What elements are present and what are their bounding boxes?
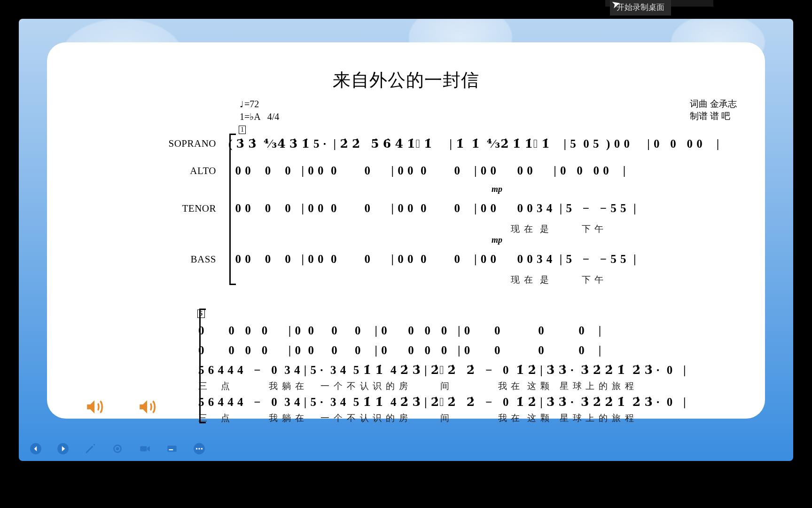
score-title: 来自外公的一封信	[66, 68, 746, 92]
voice-row-tenor: 5 6 4 4 4 − 0 3 4 | 5 · 3 4 5 1̇ 1̇ 4 2̇…	[80, 360, 732, 379]
svg-rect-6	[169, 449, 173, 450]
spotlight-button[interactable]	[111, 442, 124, 455]
record-tooltip-text: 开始录制桌面	[617, 3, 664, 12]
more-button[interactable]	[193, 442, 206, 455]
score-system-2: 6 0 0 0 0 | 0 0 0 0 | 0 0 0 0 | 0 0 0 0 …	[80, 305, 732, 424]
notes-bass-2: 5 6 4 4 4 − 0 3 4 | 5 · 3 4 5 1̇ 1̇ 4 2̇…	[198, 395, 732, 409]
notes-bass: 0 0 0 0 | 0 0 0 0 | 0 0 0 0 | 0 0 0 0 3 …	[228, 253, 732, 266]
notes-soprano-2: 0 0 0 0 | 0 0 0 0 | 0 0 0 0 | 0 0 0 0 |	[198, 324, 732, 337]
speaker-icon[interactable]	[85, 397, 104, 419]
svg-point-10	[201, 448, 203, 449]
voice-label-bass: BASS	[80, 254, 228, 265]
video-button[interactable]	[138, 442, 151, 455]
time-signature: 4/4	[267, 111, 280, 122]
lyrics-row-tenor: 现 在 是 下 午	[80, 222, 732, 235]
caption-button[interactable]	[165, 442, 179, 455]
lyrics-bass: 现 在 是 下 午	[228, 273, 732, 286]
tempo-note-icon	[240, 99, 244, 109]
key-signature: 1=♭A	[240, 111, 260, 122]
voice-row-soprano: 0 0 0 0 | 0 0 0 0 | 0 0 0 0 | 0 0 0 0 |	[80, 321, 732, 341]
score-system-1: SOPRANO ( 3̇ 3̇ ⁴⁄₃4̇ 3̇ 1̇ 5 · | 2̇ 2̇ …	[80, 130, 732, 286]
dynamic-marking: mp	[492, 184, 502, 194]
credit-line: 词曲 金承志	[690, 98, 737, 110]
svg-point-9	[198, 448, 200, 449]
presentation-stage: 来自外公的一封信 =72 1=♭A 4/4 1 词曲 金承志 制谱 谱 吧 SO…	[19, 19, 793, 461]
svg-point-8	[196, 448, 197, 449]
dynamic-row: mp	[80, 184, 732, 195]
voice-label-alto: ALTO	[80, 165, 228, 177]
system-bracket	[199, 309, 202, 423]
voice-row-tenor: TENOR 0 0 0 0 | 0 0 0 0 | 0 0 0 0 | 0 0 …	[80, 195, 732, 222]
play-button[interactable]	[56, 442, 70, 455]
lyrics-row-bass: 现 在 是 下 午	[80, 273, 732, 286]
voice-row-soprano: SOPRANO ( 3̇ 3̇ ⁴⁄₃4̇ 3̇ 1̇ 5 · | 2̇ 2̇ …	[80, 130, 732, 157]
pen-button[interactable]	[84, 442, 97, 455]
bottom-toolbar	[24, 439, 211, 458]
svg-rect-5	[167, 446, 177, 452]
credits: 词曲 金承志 制谱 谱 吧	[690, 98, 737, 122]
dynamic-marking: mp	[492, 235, 502, 245]
notes-tenor: 0 0 0 0 | 0 0 0 0 | 0 0 0 0 | 0 0 0 0 3 …	[228, 202, 732, 215]
lyrics-row-bass-2: 三 点 我 躺 在 一 个 不 认 识 的 房 间 我 在 这 颗 星 球 上 …	[80, 411, 732, 424]
audio-speaker-icons	[85, 397, 157, 419]
svg-point-3	[116, 447, 119, 451]
voice-row-bass: BASS 0 0 0 0 | 0 0 0 0 | 0 0 0 0 | 0 0 0…	[80, 246, 732, 273]
voice-row-bass: 5 6 4 4 4 − 0 3 4 | 5 · 3 4 5 1̇ 1̇ 4 2̇…	[80, 392, 732, 411]
notes-soprano: ( 3̇ 3̇ ⁴⁄₃4̇ 3̇ 1̇ 5 · | 2̇ 2̇ 5̇ 6̇ 4̇…	[228, 137, 732, 151]
svg-rect-4	[140, 446, 147, 452]
voice-row-alto: 0 0 0 0 | 0 0 0 0 | 0 0 0 0 | 0 0 0 0 |	[80, 341, 732, 360]
lyrics-tenor-2: 三 点 我 躺 在 一 个 不 认 识 的 房 间 我 在 这 颗 星 球 上 …	[198, 379, 732, 392]
lyrics-bass-2: 三 点 我 躺 在 一 个 不 认 识 的 房 间 我 在 这 颗 星 球 上 …	[198, 411, 732, 424]
credit-line: 制谱 谱 吧	[690, 110, 737, 122]
back-button[interactable]	[29, 442, 42, 455]
notes-alto: 0 0 0 0 | 0 0 0 0 | 0 0 0 0 | 0 0 0 0 | …	[228, 164, 732, 177]
tempo-value: =72	[244, 99, 259, 109]
lyrics-tenor: 现 在 是 下 午	[228, 222, 732, 235]
notes-tenor-2: 5 6 4 4 4 − 0 3 4 | 5 · 3 4 5 1̇ 1̇ 4 2̇…	[198, 363, 732, 377]
system-bracket	[229, 134, 232, 285]
score-meta: =72 1=♭A 4/4 1 词曲 金承志 制谱 谱 吧	[66, 106, 746, 130]
speaker-icon[interactable]	[137, 397, 157, 419]
barnum-row: 6	[80, 305, 732, 321]
lyrics-row-tenor-2: 三 点 我 躺 在 一 个 不 认 识 的 房 间 我 在 这 颗 星 球 上 …	[80, 379, 732, 392]
dynamic-row: mp	[80, 235, 732, 246]
score-sheet: 来自外公的一封信 =72 1=♭A 4/4 1 词曲 金承志 制谱 谱 吧 SO…	[47, 42, 765, 419]
voice-label-tenor: TENOR	[80, 203, 228, 214]
notes-alto-2: 0 0 0 0 | 0 0 0 0 | 0 0 0 0 | 0 0 0 0 |	[198, 344, 732, 357]
voice-row-alto: ALTO 0 0 0 0 | 0 0 0 0 | 0 0 0 0 | 0 0 0…	[80, 157, 732, 184]
voice-label-soprano: SOPRANO	[80, 138, 228, 150]
